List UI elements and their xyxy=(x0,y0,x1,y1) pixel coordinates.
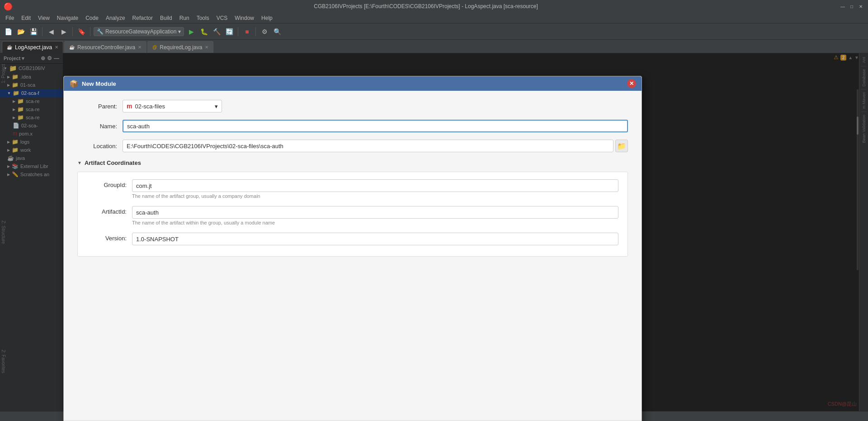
run-config-text: ResourceGatewayApplication xyxy=(105,28,176,35)
menu-run[interactable]: Run xyxy=(176,14,193,22)
bookmark-btn[interactable]: 🔖 xyxy=(76,26,87,37)
artifactid-input[interactable] xyxy=(132,206,618,219)
maven-icon: m xyxy=(127,103,132,110)
menu-tools[interactable]: Tools xyxy=(193,14,213,22)
parent-row: Parent: m 02-sca-files ▾ xyxy=(77,100,628,112)
version-row: Version: xyxy=(87,233,618,245)
toolbar-sep-5 xyxy=(255,27,256,36)
tab-rc-icon: ☕ xyxy=(69,45,75,50)
modal-header: 📦 New Module ✕ xyxy=(64,76,642,91)
parent-label: Parent: xyxy=(77,103,123,110)
parent-dropdown-arrow: ▾ xyxy=(215,103,218,110)
toolbar-sep-1 xyxy=(42,27,42,36)
new-file-btn[interactable]: 📄 xyxy=(3,26,14,37)
tab-requiredlog[interactable]: @ RequiredLog.java ✕ xyxy=(147,41,213,53)
app-icon: 🔴 xyxy=(4,2,13,11)
groupid-hint: The name of the artifact group, usually … xyxy=(132,193,618,199)
menu-view[interactable]: View xyxy=(34,14,53,22)
close-btn[interactable]: ✕ xyxy=(857,3,864,10)
back-btn[interactable]: ◀ xyxy=(46,26,57,37)
tab-logaspect[interactable]: ☕ LogAspect.java ✕ xyxy=(2,41,63,53)
location-label: Location: xyxy=(77,143,123,150)
title-bar: 🔴 CGB2106IVProjects [E:\Fourth\CODES\CGB… xyxy=(0,0,868,13)
menu-refactor[interactable]: Refactor xyxy=(129,14,156,22)
modal-header-left: 📦 New Module xyxy=(69,80,116,88)
run-btn[interactable]: ▶ xyxy=(186,26,197,37)
debug-btn[interactable]: 🐛 xyxy=(198,26,209,37)
artifactid-label: ArtifactId: xyxy=(87,206,132,215)
groupid-label: GroupId: xyxy=(87,179,132,188)
parent-select-content: m 02-sca-files xyxy=(127,103,165,110)
title-bar-controls: — □ ✕ xyxy=(839,3,864,10)
modal-overlay: 📦 New Module ✕ Parent: m 02-sca-files xyxy=(0,53,868,411)
parent-value: 02-sca-files xyxy=(135,103,165,110)
build-btn[interactable]: 🔨 xyxy=(211,26,222,37)
location-input[interactable] xyxy=(123,140,613,152)
location-browse-btn[interactable]: 📁 xyxy=(615,140,628,152)
menu-vcs[interactable]: VCS xyxy=(213,14,231,22)
new-module-dialog: 📦 New Module ✕ Parent: m 02-sca-files xyxy=(63,76,642,421)
maximize-btn[interactable]: □ xyxy=(848,3,855,10)
parent-select[interactable]: m 02-sca-files ▾ xyxy=(123,100,222,112)
version-label: Version: xyxy=(87,233,132,242)
modal-title: New Module xyxy=(82,80,116,87)
minimize-btn[interactable]: — xyxy=(839,3,846,10)
location-container: 📁 xyxy=(123,140,628,152)
reload-btn[interactable]: 🔄 xyxy=(224,26,235,37)
menu-bar: File Edit View Navigate Code Analyze Ref… xyxy=(0,13,868,23)
tab-logaspect-label: LogAspect.java xyxy=(15,44,52,51)
name-label: Name: xyxy=(77,123,123,130)
artifactid-content: The name of the artifact within the grou… xyxy=(132,206,618,225)
forward-btn[interactable]: ▶ xyxy=(58,26,69,37)
toolbar-sep-3 xyxy=(90,27,90,36)
tab-logaspect-close[interactable]: ✕ xyxy=(55,45,58,50)
name-row: Name: xyxy=(77,120,628,132)
tab-logaspect-icon: ☕ xyxy=(7,45,12,50)
version-input[interactable] xyxy=(132,233,618,245)
settings-btn[interactable]: ⚙ xyxy=(259,26,270,37)
toolbar-sep-4 xyxy=(238,27,238,36)
modal-body: Parent: m 02-sca-files ▾ Name: xyxy=(64,91,642,420)
name-input[interactable] xyxy=(123,120,628,132)
toolbar: 📄 📂 💾 ◀ ▶ 🔖 🔧 ResourceGatewayApplication… xyxy=(0,23,868,40)
open-btn[interactable]: 📂 xyxy=(15,26,26,37)
menu-build[interactable]: Build xyxy=(156,14,176,22)
tab-rl-icon: @ xyxy=(152,45,157,50)
toolbar-sep-2 xyxy=(72,27,73,36)
artifact-section-label: Artifact Coordinates xyxy=(85,159,141,166)
menu-analyze[interactable]: Analyze xyxy=(102,14,129,22)
groupid-input[interactable] xyxy=(132,179,618,192)
modal-close-button[interactable]: ✕ xyxy=(627,79,636,88)
artifactid-hint: The name of the artifact within the grou… xyxy=(132,220,618,225)
tab-rl-close[interactable]: ✕ xyxy=(205,45,208,50)
tab-rc-label: ResourceController.java xyxy=(77,44,135,51)
menu-window[interactable]: Window xyxy=(231,14,258,22)
menu-help[interactable]: Help xyxy=(258,14,276,22)
tab-bar: ☕ LogAspect.java ✕ ☕ ResourceController.… xyxy=(0,40,868,53)
menu-navigate[interactable]: Navigate xyxy=(53,14,82,22)
save-btn[interactable]: 💾 xyxy=(28,26,39,37)
title-bar-text: CGB2106IVProjects [E:\Fourth\CODES\CGB21… xyxy=(13,3,839,9)
stop-btn[interactable]: ■ xyxy=(241,26,252,37)
search-btn[interactable]: 🔍 xyxy=(272,26,283,37)
menu-edit[interactable]: Edit xyxy=(18,14,34,22)
artifactid-row: ArtifactId: The name of the artifact wit… xyxy=(87,206,618,225)
module-icon: 📦 xyxy=(69,80,78,88)
tab-rc-close[interactable]: ✕ xyxy=(138,45,142,50)
tab-rl-label: RequiredLog.java xyxy=(160,44,202,51)
version-content xyxy=(132,233,618,245)
run-config-selector[interactable]: 🔧 ResourceGatewayApplication ▾ xyxy=(94,27,184,36)
main-content: Project ▾ ⊕ ⚙ — ▼ 📁 CGB2106IV ▶ 📁 .idea … xyxy=(0,53,868,411)
artifact-section-header[interactable]: ▼ Artifact Coordinates xyxy=(77,159,628,166)
location-row: Location: 📁 xyxy=(77,140,628,152)
groupid-content: The name of the artifact group, usually … xyxy=(132,179,618,199)
menu-file[interactable]: File xyxy=(2,14,18,22)
section-arrow: ▼ xyxy=(77,160,82,165)
groupid-row: GroupId: The name of the artifact group,… xyxy=(87,179,618,199)
menu-code[interactable]: Code xyxy=(82,14,102,22)
artifact-section: GroupId: The name of the artifact group,… xyxy=(77,172,628,257)
run-config-arrow: ▾ xyxy=(178,28,181,35)
tab-resourcecontroller[interactable]: ☕ ResourceController.java ✕ xyxy=(64,41,146,53)
